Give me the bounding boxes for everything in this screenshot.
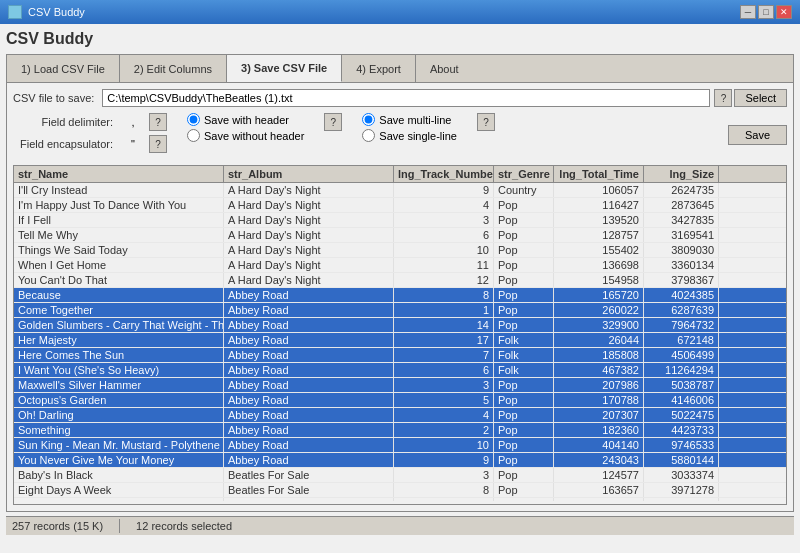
save-multiline-option[interactable]: Save multi-line: [362, 113, 457, 126]
cell-track: 7: [394, 348, 494, 362]
table-row[interactable]: Her Majesty Abbey Road 17 Folk 26044 672…: [14, 333, 786, 348]
cell-genre: Pop: [494, 393, 554, 407]
cell-name: I Want You (She's So Heavy): [14, 363, 224, 377]
table-row[interactable]: Maxwell's Silver Hammer Abbey Road 3 Pop…: [14, 378, 786, 393]
table-row[interactable]: Oh! Darling Abbey Road 4 Pop 207307 5022…: [14, 408, 786, 423]
cell-name: Here Comes The Sun: [14, 348, 224, 362]
table-header: str_Name str_Album lng_Track_Number str_…: [14, 166, 786, 183]
cell-track: 11: [394, 258, 494, 272]
cell-album: Abbey Road: [224, 423, 394, 437]
lines-help-button[interactable]: ?: [477, 113, 495, 131]
cell-size: 3427835: [644, 213, 719, 227]
tab-export[interactable]: 4) Export: [342, 55, 416, 82]
tab-load[interactable]: 1) Load CSV File: [7, 55, 120, 82]
save-without-header-option[interactable]: Save without header: [187, 129, 304, 142]
table-body[interactable]: I'll Cry Instead A Hard Day's Night 9 Co…: [14, 183, 786, 501]
window-controls: ─ □ ✕: [740, 5, 792, 19]
cell-size: 5022475: [644, 408, 719, 422]
cell-track: 14: [394, 318, 494, 332]
cell-genre: Country: [494, 183, 554, 197]
cell-time: 139520: [554, 213, 644, 227]
cell-genre: Pop: [494, 318, 554, 332]
save-with-header-option[interactable]: Save with header: [187, 113, 304, 126]
cell-name: When I Get Home: [14, 258, 224, 272]
table-row[interactable]: Octopus's Garden Abbey Road 5 Pop 170788…: [14, 393, 786, 408]
save-without-header-radio[interactable]: [187, 129, 200, 142]
table-row[interactable]: When I Get Home A Hard Day's Night 11 Po…: [14, 258, 786, 273]
title-bar: CSV Buddy ─ □ ✕: [0, 0, 800, 24]
cell-track: 3: [394, 213, 494, 227]
table-row[interactable]: Sun King - Mean Mr. Mustard - Polythene …: [14, 438, 786, 453]
cell-album: Abbey Road: [224, 288, 394, 302]
cell-track: 8: [394, 288, 494, 302]
table-row[interactable]: If I Fell A Hard Day's Night 3 Pop 13952…: [14, 213, 786, 228]
cell-genre: Pop: [494, 303, 554, 317]
cell-track: 17: [394, 333, 494, 347]
table-row[interactable]: I Want You (She's So Heavy) Abbey Road 6…: [14, 363, 786, 378]
cell-size: 7964732: [644, 318, 719, 332]
cell-name: Eight Days A Week: [14, 483, 224, 497]
table-row[interactable]: Because Abbey Road 8 Pop 165720 4024385: [14, 288, 786, 303]
tab-save[interactable]: 3) Save CSV File: [227, 55, 342, 82]
cell-name: If I Fell: [14, 213, 224, 227]
cell-name: Maxwell's Silver Hammer: [14, 378, 224, 392]
cell-track: 9: [394, 453, 494, 467]
table-row[interactable]: You Can't Do That A Hard Day's Night 12 …: [14, 273, 786, 288]
cell-size: 3169541: [644, 228, 719, 242]
cell-size: 3971278: [644, 483, 719, 497]
table-row[interactable]: I'm Happy Just To Dance With You A Hard …: [14, 198, 786, 213]
cell-album: Abbey Road: [224, 303, 394, 317]
table-row[interactable]: Tell Me Why A Hard Day's Night 6 Pop 128…: [14, 228, 786, 243]
save-button[interactable]: Save: [728, 125, 787, 145]
cell-name: Octopus's Garden: [14, 393, 224, 407]
cell-track: 8: [394, 483, 494, 497]
cell-time: 26044: [554, 333, 644, 347]
save-singleline-radio[interactable]: [362, 129, 375, 142]
field-delimiter-label: Field delimiter:: [13, 116, 113, 128]
cell-time: 260022: [554, 303, 644, 317]
cell-time: 243043: [554, 453, 644, 467]
maximize-button[interactable]: □: [758, 5, 774, 19]
table-row[interactable]: Something Abbey Road 2 Pop 182360 442373…: [14, 423, 786, 438]
cell-genre: Pop: [494, 243, 554, 257]
cell-track: 12: [394, 273, 494, 287]
cell-name: You Can't Do That: [14, 273, 224, 287]
save-singleline-option[interactable]: Save single-line: [362, 129, 457, 142]
save-multiline-radio[interactable]: [362, 113, 375, 126]
cell-genre: Pop: [494, 288, 554, 302]
close-button[interactable]: ✕: [776, 5, 792, 19]
cell-album: A Hard Day's Night: [224, 198, 394, 212]
table-row[interactable]: I'll Cry Instead A Hard Day's Night 9 Co…: [14, 183, 786, 198]
field-encapsulator-help-button[interactable]: ?: [149, 135, 167, 153]
table-row[interactable]: Things We Said Today A Hard Day's Night …: [14, 243, 786, 258]
cell-time: 154958: [554, 273, 644, 287]
table-row[interactable]: Here Comes The Sun Abbey Road 7 Folk 185…: [14, 348, 786, 363]
csv-file-input[interactable]: [102, 89, 710, 107]
cell-track: 6: [394, 228, 494, 242]
cell-album: A Hard Day's Night: [224, 258, 394, 272]
tabs-bar: 1) Load CSV File 2) Edit Columns 3) Save…: [6, 54, 794, 82]
cell-track: 3: [394, 468, 494, 482]
app-icon: [8, 5, 22, 19]
table-row[interactable]: Baby's In Black Beatles For Sale 3 Pop 1…: [14, 468, 786, 483]
table-row[interactable]: Eight Days A Week Beatles For Sale 8 Pop…: [14, 483, 786, 498]
table-row[interactable]: Every Little Thing Beatles For Sale 11 P…: [14, 498, 786, 501]
table-row[interactable]: You Never Give Me Your Money Abbey Road …: [14, 453, 786, 468]
minimize-button[interactable]: ─: [740, 5, 756, 19]
tab-about[interactable]: About: [416, 55, 473, 82]
header-help-button[interactable]: ?: [324, 113, 342, 131]
table-row[interactable]: Golden Slumbers - Carry That Weight - Th…: [14, 318, 786, 333]
cell-name: You Never Give Me Your Money: [14, 453, 224, 467]
cell-album: A Hard Day's Night: [224, 213, 394, 227]
csv-file-label: CSV file to save:: [13, 92, 94, 104]
field-delimiter-help-button[interactable]: ?: [149, 113, 167, 131]
tab-edit[interactable]: 2) Edit Columns: [120, 55, 227, 82]
table-row[interactable]: Come Together Abbey Road 1 Pop 260022 62…: [14, 303, 786, 318]
select-button[interactable]: Select: [734, 89, 787, 107]
csv-file-help-button[interactable]: ?: [714, 89, 732, 107]
cell-name: Every Little Thing: [14, 498, 224, 501]
cell-time: 404140: [554, 438, 644, 452]
title-bar-text: CSV Buddy: [28, 6, 85, 18]
cell-time: 467382: [554, 363, 644, 377]
save-with-header-radio[interactable]: [187, 113, 200, 126]
